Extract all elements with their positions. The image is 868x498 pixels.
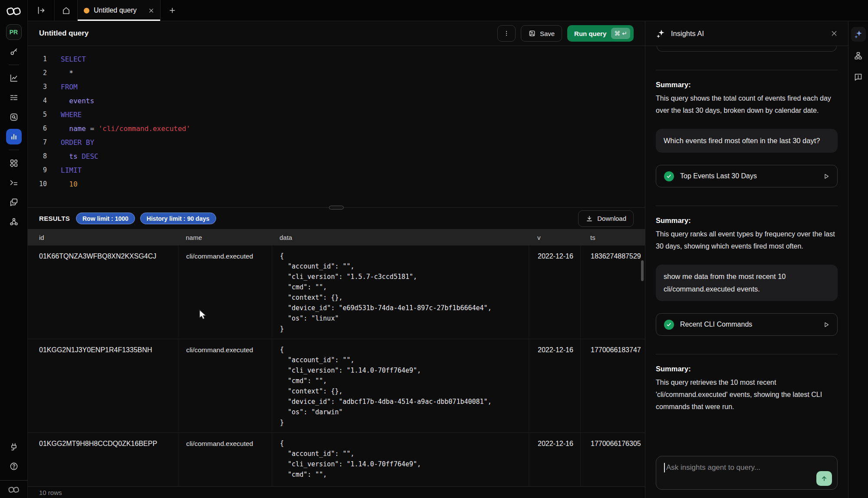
app-logo-icon[interactable] xyxy=(6,6,22,16)
feedback-icon[interactable] xyxy=(851,69,866,84)
cell-data: { "account_id": "", "cli_version": "1.5.… xyxy=(272,246,529,339)
download-button[interactable]: Download xyxy=(578,210,634,227)
code-text: 10 xyxy=(61,180,78,188)
insights-ai-icon[interactable] xyxy=(851,27,866,42)
column-header-ts[interactable]: ts xyxy=(580,234,645,241)
save-icon xyxy=(528,29,536,37)
code-line: 4 events xyxy=(28,94,645,108)
play-icon[interactable] xyxy=(823,173,829,180)
tab-bar: Untitled query xyxy=(28,0,868,21)
summary-text: This query shows the total count of even… xyxy=(656,92,838,117)
cell-name: cli/command.executed xyxy=(178,246,272,339)
cell-id: 01KGG2MT9H8H8CCDQ0ZK16BEPP xyxy=(28,433,178,486)
line-chart-icon[interactable] xyxy=(6,70,22,86)
code-text: ts DESC xyxy=(61,152,99,161)
table-scrollbar-thumb[interactable] xyxy=(641,260,644,281)
api-key-icon[interactable] xyxy=(6,44,22,59)
new-tab-icon[interactable] xyxy=(161,0,184,21)
table-row[interactable]: 01KGG2N1J3Y0ENP1R4F1335BNHcli/command.ex… xyxy=(28,339,645,433)
insights-close-icon[interactable] xyxy=(831,30,838,37)
more-options-button[interactable] xyxy=(497,25,516,42)
user-avatar[interactable]: PR xyxy=(6,24,22,40)
line-number: 6 xyxy=(28,124,47,132)
home-icon[interactable] xyxy=(55,0,77,21)
cell-v: 2022-12-16 xyxy=(529,433,580,486)
cell-v: 2022-12-16 xyxy=(529,339,580,432)
card-label: Top Events Last 30 Days xyxy=(680,172,757,180)
insights-input[interactable]: Ask insights agent to query... xyxy=(656,456,838,490)
line-number: 1 xyxy=(28,55,47,63)
table-row[interactable]: 01K66TQNZA3WFBQ8XN2KXSG4CJcli/command.ex… xyxy=(28,246,645,339)
sidebar-expand-icon[interactable] xyxy=(28,0,55,21)
insights-title: Insights AI xyxy=(671,29,704,38)
tab-title: Untitled query xyxy=(94,7,137,14)
sql-editor[interactable]: 1SELECT2 *3FROM4 events5WHERE6 name = 'c… xyxy=(28,46,645,207)
cell-name: cli/command.executed xyxy=(178,339,272,432)
user-question-bubble: Which events fired most often in the las… xyxy=(656,129,838,153)
results-label: RESULTS xyxy=(39,215,70,222)
insights-body: Summary:This query shows the total count… xyxy=(645,46,848,498)
limit-badge[interactable]: History limit : 90 days xyxy=(140,213,216,224)
code-text: FROM xyxy=(61,83,78,91)
query-workspace: Untitled query xyxy=(28,21,645,498)
saved-query-card[interactable]: Top Events Last 30 Days xyxy=(656,165,838,187)
column-header-id[interactable]: id xyxy=(28,234,178,241)
unsaved-dot-icon xyxy=(84,8,89,13)
column-header-name[interactable]: name xyxy=(178,234,272,241)
check-icon xyxy=(664,320,674,330)
page-title: Untitled query xyxy=(39,29,89,38)
run-query-button[interactable]: Run query ⌘↵ xyxy=(567,25,634,42)
help-icon[interactable] xyxy=(6,459,22,474)
summary-text: This query ranks all event types by freq… xyxy=(656,228,838,252)
code-line: 6 name = 'cli/command.executed' xyxy=(28,121,645,135)
dashboards-icon[interactable] xyxy=(6,155,22,171)
sparkles-icon xyxy=(656,29,666,39)
query-icon[interactable] xyxy=(6,129,22,144)
column-header-data[interactable]: data xyxy=(272,234,529,241)
tab-close-icon[interactable] xyxy=(148,8,154,13)
insights-header: Insights AI xyxy=(645,21,848,46)
code-line: 5WHERE xyxy=(28,108,645,121)
code-line: 7ORDER BY xyxy=(28,135,645,149)
cell-name: cli/command.executed xyxy=(178,433,272,486)
saved-query-card[interactable]: Recent CLI Commands xyxy=(656,313,838,336)
cell-data: { "account_id": "", "cli_version": "1.14… xyxy=(272,339,529,432)
app-logo-small-icon xyxy=(7,486,20,494)
integrations-icon[interactable] xyxy=(6,439,22,455)
save-button[interactable]: Save xyxy=(521,25,562,42)
play-icon[interactable] xyxy=(823,321,829,328)
flows-icon[interactable] xyxy=(6,214,22,229)
stream-icon[interactable] xyxy=(6,90,22,105)
query-header: Untitled query xyxy=(28,21,645,46)
cell-id: 01K66TQNZA3WFBQ8XN2KXSG4CJ xyxy=(28,246,178,339)
code-line: 3FROM xyxy=(28,80,645,94)
tab-untitled-query[interactable]: Untitled query xyxy=(77,0,161,21)
column-header-v[interactable]: v xyxy=(529,234,580,241)
line-number: 3 xyxy=(28,83,47,91)
line-number: 9 xyxy=(28,166,47,174)
panel-resize-handle[interactable] xyxy=(329,206,344,210)
table-row[interactable]: 01KGG2MT9H8H8CCDQ0ZK16BEPPcli/command.ex… xyxy=(28,433,645,486)
code-text: ORDER BY xyxy=(61,138,94,147)
code-text: LIMIT xyxy=(61,166,82,174)
cli-icon[interactable] xyxy=(6,175,22,190)
code-line: 2 * xyxy=(28,66,645,80)
chat-icon[interactable] xyxy=(6,194,22,210)
check-icon xyxy=(664,171,674,181)
shortcut-key: ↵ xyxy=(622,30,627,37)
sidebar-divider xyxy=(0,480,28,481)
sidebar-divider xyxy=(9,150,19,150)
explore-icon[interactable] xyxy=(6,109,22,125)
code-line: 1SELECT xyxy=(28,52,645,66)
line-number: 7 xyxy=(28,138,47,146)
results-table-body: 01K66TQNZA3WFBQ8XN2KXSG4CJcli/command.ex… xyxy=(28,246,645,486)
line-number: 8 xyxy=(28,152,47,160)
section-divider xyxy=(656,206,838,206)
run-shortcut-badge: ⌘↵ xyxy=(611,28,630,39)
section-divider xyxy=(656,354,838,354)
left-sidebar: PR xyxy=(0,0,28,498)
schema-tree-icon[interactable] xyxy=(851,48,866,63)
limit-badge[interactable]: Row limit : 1000 xyxy=(76,213,135,224)
download-icon xyxy=(585,215,593,223)
send-button[interactable] xyxy=(816,471,832,486)
